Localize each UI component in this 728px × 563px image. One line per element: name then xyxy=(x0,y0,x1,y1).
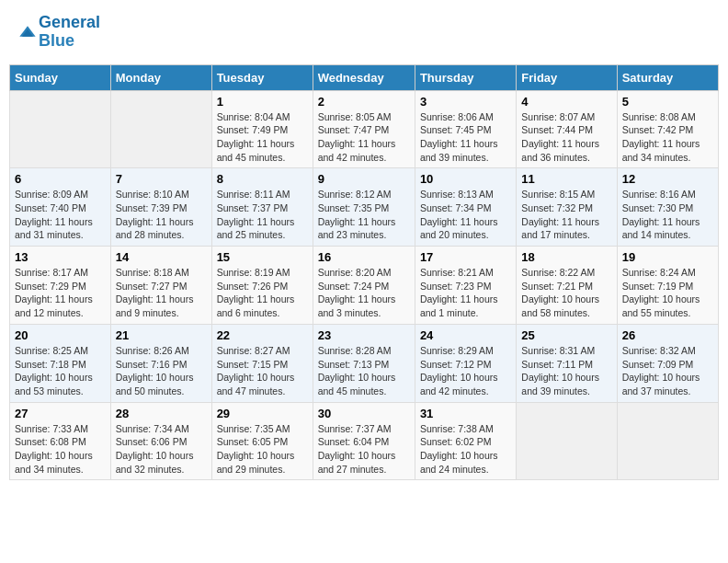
day-number: 14 xyxy=(116,250,207,264)
day-number: 6 xyxy=(15,172,106,186)
calendar-cell: 21Sunrise: 8:26 AM Sunset: 7:16 PM Dayli… xyxy=(110,324,211,402)
day-info: Sunrise: 7:33 AM Sunset: 6:08 PM Dayligh… xyxy=(15,422,106,477)
day-number: 30 xyxy=(318,407,410,420)
logo-text-line2: Blue xyxy=(39,32,100,51)
day-number: 2 xyxy=(318,95,410,109)
col-header-sunday: Sunday xyxy=(10,64,111,90)
calendar-cell: 27Sunrise: 7:33 AM Sunset: 6:08 PM Dayli… xyxy=(10,402,111,480)
day-number: 26 xyxy=(622,328,713,342)
day-info: Sunrise: 8:31 AM Sunset: 7:11 PM Dayligh… xyxy=(521,344,611,398)
day-info: Sunrise: 8:09 AM Sunset: 7:40 PM Dayligh… xyxy=(15,188,106,242)
day-number: 5 xyxy=(622,95,713,109)
col-header-friday: Friday xyxy=(517,64,617,90)
day-number: 3 xyxy=(420,95,511,109)
day-number: 1 xyxy=(217,95,308,109)
day-number: 24 xyxy=(420,328,511,342)
calendar-cell: 2Sunrise: 8:05 AM Sunset: 7:47 PM Daylig… xyxy=(313,90,415,168)
calendar-cell xyxy=(10,90,111,168)
calendar-cell: 1Sunrise: 8:04 AM Sunset: 7:49 PM Daylig… xyxy=(211,90,313,168)
calendar-cell: 14Sunrise: 8:18 AM Sunset: 7:27 PM Dayli… xyxy=(110,247,211,325)
day-number: 17 xyxy=(420,250,511,264)
day-number: 16 xyxy=(318,250,410,264)
day-number: 4 xyxy=(521,95,611,109)
day-info: Sunrise: 8:27 AM Sunset: 7:15 PM Dayligh… xyxy=(217,344,308,398)
day-number: 10 xyxy=(420,172,511,186)
calendar-cell: 29Sunrise: 7:35 AM Sunset: 6:05 PM Dayli… xyxy=(211,402,313,480)
day-info: Sunrise: 8:24 AM Sunset: 7:19 PM Dayligh… xyxy=(622,266,713,320)
day-info: Sunrise: 8:28 AM Sunset: 7:13 PM Dayligh… xyxy=(318,344,410,398)
logo: General Blue xyxy=(18,14,100,51)
calendar-cell xyxy=(110,90,211,168)
calendar-cell: 7Sunrise: 8:10 AM Sunset: 7:39 PM Daylig… xyxy=(110,168,211,247)
day-info: Sunrise: 8:22 AM Sunset: 7:21 PM Dayligh… xyxy=(521,266,611,320)
day-number: 23 xyxy=(318,328,410,342)
day-number: 27 xyxy=(15,407,106,420)
calendar-cell: 6Sunrise: 8:09 AM Sunset: 7:40 PM Daylig… xyxy=(10,168,111,247)
calendar-cell: 5Sunrise: 8:08 AM Sunset: 7:42 PM Daylig… xyxy=(617,90,718,168)
day-info: Sunrise: 8:29 AM Sunset: 7:12 PM Dayligh… xyxy=(420,344,511,398)
col-header-tuesday: Tuesday xyxy=(211,64,313,90)
calendar-cell: 26Sunrise: 8:32 AM Sunset: 7:09 PM Dayli… xyxy=(617,324,718,402)
calendar-cell: 18Sunrise: 8:22 AM Sunset: 7:21 PM Dayli… xyxy=(517,247,617,325)
day-number: 31 xyxy=(420,407,511,420)
day-number: 7 xyxy=(116,172,207,186)
day-info: Sunrise: 7:37 AM Sunset: 6:04 PM Dayligh… xyxy=(318,422,410,477)
day-number: 12 xyxy=(622,172,713,186)
calendar-week-row: 20Sunrise: 8:25 AM Sunset: 7:18 PM Dayli… xyxy=(10,324,719,402)
day-info: Sunrise: 8:04 AM Sunset: 7:49 PM Dayligh… xyxy=(217,110,308,165)
day-info: Sunrise: 8:13 AM Sunset: 7:34 PM Dayligh… xyxy=(420,188,511,242)
calendar-cell: 30Sunrise: 7:37 AM Sunset: 6:04 PM Dayli… xyxy=(313,402,415,480)
day-info: Sunrise: 8:05 AM Sunset: 7:47 PM Dayligh… xyxy=(318,110,410,165)
day-info: Sunrise: 8:15 AM Sunset: 7:32 PM Dayligh… xyxy=(521,188,611,242)
calendar-cell: 8Sunrise: 8:11 AM Sunset: 7:37 PM Daylig… xyxy=(211,168,313,247)
col-header-wednesday: Wednesday xyxy=(313,64,415,90)
calendar-header-row: SundayMondayTuesdayWednesdayThursdayFrid… xyxy=(10,64,719,90)
day-number: 25 xyxy=(521,328,611,342)
calendar-cell: 17Sunrise: 8:21 AM Sunset: 7:23 PM Dayli… xyxy=(415,247,516,325)
day-info: Sunrise: 8:06 AM Sunset: 7:45 PM Dayligh… xyxy=(420,110,511,165)
day-number: 13 xyxy=(15,250,106,264)
calendar-week-row: 13Sunrise: 8:17 AM Sunset: 7:29 PM Dayli… xyxy=(10,247,719,325)
calendar-cell: 19Sunrise: 8:24 AM Sunset: 7:19 PM Dayli… xyxy=(617,247,718,325)
calendar-cell: 28Sunrise: 7:34 AM Sunset: 6:06 PM Dayli… xyxy=(110,402,211,480)
logo-text-line1: General xyxy=(39,14,100,32)
day-info: Sunrise: 8:25 AM Sunset: 7:18 PM Dayligh… xyxy=(15,344,106,398)
day-number: 28 xyxy=(116,407,207,420)
calendar-cell xyxy=(517,402,617,480)
calendar-cell: 4Sunrise: 8:07 AM Sunset: 7:44 PM Daylig… xyxy=(517,90,617,168)
calendar-cell: 9Sunrise: 8:12 AM Sunset: 7:35 PM Daylig… xyxy=(313,168,415,247)
calendar-cell: 22Sunrise: 8:27 AM Sunset: 7:15 PM Dayli… xyxy=(211,324,313,402)
col-header-monday: Monday xyxy=(110,64,211,90)
calendar-week-row: 6Sunrise: 8:09 AM Sunset: 7:40 PM Daylig… xyxy=(10,168,719,247)
calendar-cell: 16Sunrise: 8:20 AM Sunset: 7:24 PM Dayli… xyxy=(313,247,415,325)
calendar-cell: 24Sunrise: 8:29 AM Sunset: 7:12 PM Dayli… xyxy=(415,324,516,402)
day-info: Sunrise: 8:07 AM Sunset: 7:44 PM Dayligh… xyxy=(521,110,611,165)
day-number: 22 xyxy=(217,328,308,342)
day-info: Sunrise: 8:16 AM Sunset: 7:30 PM Dayligh… xyxy=(622,188,713,242)
calendar-cell: 23Sunrise: 8:28 AM Sunset: 7:13 PM Dayli… xyxy=(313,324,415,402)
day-number: 15 xyxy=(217,250,308,264)
day-number: 9 xyxy=(318,172,410,186)
calendar-week-row: 27Sunrise: 7:33 AM Sunset: 6:08 PM Dayli… xyxy=(10,402,719,480)
calendar-cell: 3Sunrise: 8:06 AM Sunset: 7:45 PM Daylig… xyxy=(415,90,516,168)
calendar-cell: 10Sunrise: 8:13 AM Sunset: 7:34 PM Dayli… xyxy=(415,168,516,247)
calendar-cell: 31Sunrise: 7:38 AM Sunset: 6:02 PM Dayli… xyxy=(415,402,516,480)
day-info: Sunrise: 8:08 AM Sunset: 7:42 PM Dayligh… xyxy=(622,110,713,165)
calendar-cell: 11Sunrise: 8:15 AM Sunset: 7:32 PM Dayli… xyxy=(517,168,617,247)
day-number: 29 xyxy=(217,407,308,420)
day-info: Sunrise: 7:38 AM Sunset: 6:02 PM Dayligh… xyxy=(420,422,511,477)
calendar-cell: 20Sunrise: 8:25 AM Sunset: 7:18 PM Dayli… xyxy=(10,324,111,402)
day-info: Sunrise: 8:18 AM Sunset: 7:27 PM Dayligh… xyxy=(116,266,207,320)
calendar-cell: 13Sunrise: 8:17 AM Sunset: 7:29 PM Dayli… xyxy=(10,247,111,325)
day-info: Sunrise: 8:11 AM Sunset: 7:37 PM Dayligh… xyxy=(217,188,308,242)
day-info: Sunrise: 8:20 AM Sunset: 7:24 PM Dayligh… xyxy=(318,266,410,320)
day-number: 19 xyxy=(622,250,713,264)
calendar-table: SundayMondayTuesdayWednesdayThursdayFrid… xyxy=(9,64,719,481)
col-header-thursday: Thursday xyxy=(415,64,516,90)
day-number: 20 xyxy=(15,328,106,342)
page-header: General Blue xyxy=(9,9,719,55)
day-info: Sunrise: 8:21 AM Sunset: 7:23 PM Dayligh… xyxy=(420,266,511,320)
col-header-saturday: Saturday xyxy=(617,64,718,90)
day-number: 18 xyxy=(521,250,611,264)
day-info: Sunrise: 8:19 AM Sunset: 7:26 PM Dayligh… xyxy=(217,266,308,320)
